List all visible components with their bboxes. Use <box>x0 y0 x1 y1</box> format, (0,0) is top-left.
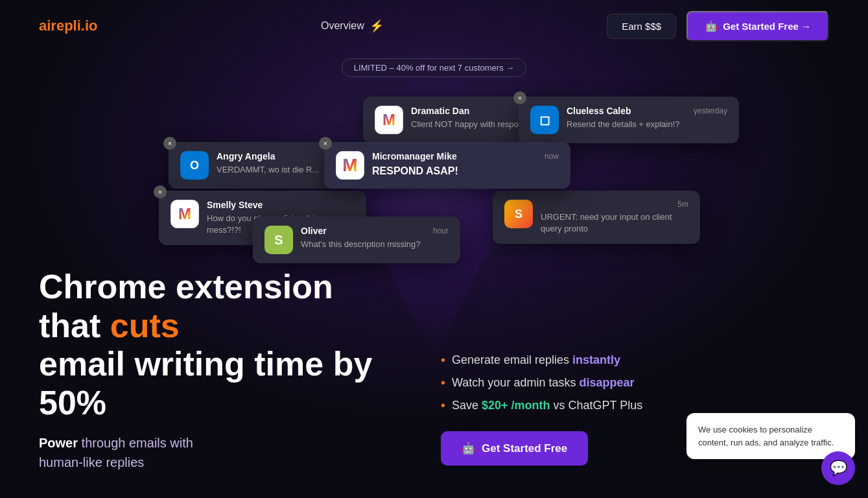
promo-banner-inner[interactable]: LIMITED – 40% off for next 7 customers → <box>342 58 527 77</box>
box-icon-caleb: ◻ <box>530 106 559 134</box>
card-content-caleb: Clueless Caleb yesterday Resend the deta… <box>567 106 727 130</box>
gmail-icon-steve: M <box>170 200 199 228</box>
chat-icon: 💬 <box>830 460 847 477</box>
headline-cuts: cuts <box>110 307 180 344</box>
card-content-mike: Micromanager Mike now RESPOND ASAP! <box>372 151 559 178</box>
lightning-icon: ⚡ <box>369 19 384 33</box>
card-sender-angela: Angry Angela <box>217 151 276 161</box>
card-sender-mike: Micromanager Mike <box>372 151 457 161</box>
bottom-section: Chrome extension that cuts email writing… <box>0 268 868 498</box>
feature-list: • Generate email replies instantly • Wat… <box>441 353 752 413</box>
email-card-clueless-caleb[interactable]: × ◻ Clueless Caleb yesterday Resend the … <box>519 97 739 143</box>
get-started-button[interactable]: 🤖 Get Started Free → <box>686 11 829 42</box>
card-time-oliver: hour <box>433 226 449 235</box>
bullet-3: • <box>441 398 445 413</box>
feature-text-3: Save $20+ /month vs ChatGPT Plus <box>452 399 642 412</box>
card-sender-oliver: Oliver <box>301 226 327 236</box>
nav-center: Overview ⚡ <box>321 19 384 33</box>
card-header-caleb: Clueless Caleb yesterday <box>567 106 727 116</box>
earn-button[interactable]: Earn $$$ <box>607 14 676 39</box>
hero-subtext: Power through emails withhuman-like repl… <box>39 433 402 472</box>
close-btn-mike[interactable]: × <box>319 137 332 150</box>
promo-text: LIMITED – 40% off for next 7 customers → <box>354 63 515 73</box>
card-preview-caleb: Resend the details + explain!? <box>567 119 727 130</box>
cookie-notice: We use cookies to personalize content, r… <box>686 413 855 459</box>
card-header-steve: Smelly Steve <box>207 200 355 210</box>
emphasis-disappear: disappear <box>579 376 634 389</box>
close-btn-angela[interactable]: × <box>163 137 176 150</box>
feature-item-1: • Generate email replies instantly <box>441 353 752 368</box>
card-content-oliver: Oliver hour What's this description miss… <box>301 226 449 250</box>
card-preview-urgent: URGENT: need your input on client query … <box>541 211 688 235</box>
bullet-1: • <box>441 353 445 368</box>
card-time-mike: now <box>545 152 559 161</box>
feature-text-1: Generate email replies instantly <box>452 353 620 367</box>
hero-text: Chrome extension that cuts email writing… <box>39 268 402 472</box>
promo-banner: LIMITED – 40% off for next 7 customers → <box>0 58 868 77</box>
overview-label[interactable]: Overview <box>321 20 364 32</box>
outlook-icon: O <box>180 151 209 180</box>
card-sender-caleb: Clueless Caleb <box>567 106 631 116</box>
feature-item-3: • Save $20+ /month vs ChatGPT Plus <box>441 398 752 413</box>
feature-text-2: Watch your admin tasks disappear <box>452 376 634 390</box>
robot-icon-hero: 🤖 <box>462 442 475 455</box>
gmail-icon-urgent: S <box>504 200 533 228</box>
email-cards-section: × O Angry Angela 2d VERDAMMT, wo ist die… <box>0 90 868 285</box>
gmail-icon-dan: M <box>375 106 403 134</box>
card-preview-mike: RESPOND ASAP! <box>372 164 559 178</box>
email-card-oliver[interactable]: S Oliver hour What's this description mi… <box>253 217 460 263</box>
logo[interactable]: airepli.io <box>39 18 97 34</box>
card-sender-steve: Smelly Steve <box>207 200 263 210</box>
cta-label: Get Started Free <box>482 442 567 455</box>
card-header-oliver: Oliver hour <box>301 226 449 236</box>
hero-subtext-bold: Power <box>39 436 78 450</box>
card-time-caleb: yesterday <box>694 106 727 115</box>
nav-right: Earn $$$ 🤖 Get Started Free → <box>607 11 829 42</box>
card-header-urgent: 5m <box>541 200 688 209</box>
card-time-urgent: 5m <box>677 200 688 209</box>
cookie-text: We use cookies to personalize content, r… <box>698 423 843 449</box>
close-btn-steve[interactable]: × <box>154 185 167 198</box>
get-started-label: Get Started Free → <box>723 21 811 32</box>
gmail-icon-mike: M <box>336 151 364 180</box>
shopify-icon-oliver: S <box>264 226 293 254</box>
navbar: airepli.io Overview ⚡ Earn $$$ 🤖 Get Sta… <box>0 0 868 52</box>
close-btn-caleb[interactable]: × <box>513 91 526 104</box>
email-card-micromanager-mike[interactable]: × M Micromanager Mike now RESPOND ASAP! <box>324 142 570 189</box>
headline-normal: Chrome extension that <box>39 268 333 344</box>
card-content-urgent: 5m URGENT: need your input on client que… <box>541 200 688 235</box>
headline-rest: email writing time by 50% <box>39 345 372 421</box>
card-header-mike: Micromanager Mike now <box>372 151 559 161</box>
card-sender-dan: Dramatic Dan <box>411 106 469 116</box>
chat-button[interactable]: 💬 <box>821 451 855 485</box>
emphasis-save: $20+ /month <box>482 399 550 412</box>
card-preview-oliver: What's this description missing? <box>301 239 449 250</box>
robot-icon: 🤖 <box>705 20 718 32</box>
emphasis-instantly: instantly <box>572 353 620 366</box>
hero-headline: Chrome extension that cuts email writing… <box>39 268 402 423</box>
feature-item-2: • Watch your admin tasks disappear <box>441 375 752 390</box>
bullet-2: • <box>441 375 445 390</box>
email-card-urgent[interactable]: S 5m URGENT: need your input on client q… <box>493 191 700 244</box>
cta-hero-button[interactable]: 🤖 Get Started Free <box>441 431 588 466</box>
